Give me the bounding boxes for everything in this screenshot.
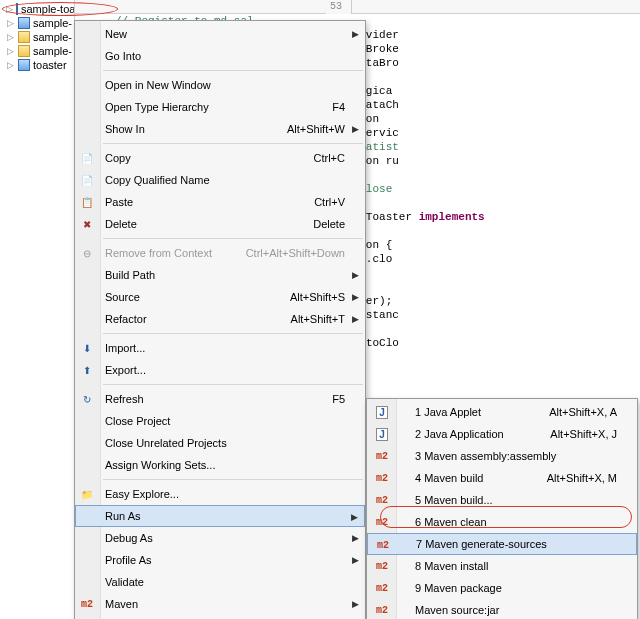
maven-icon: m2 — [375, 449, 389, 463]
expand-icon[interactable]: ▷ — [6, 32, 15, 42]
menu-item-shortcut: Alt+Shift+W — [275, 123, 345, 135]
menu-item-copy[interactable]: 📄CopyCtrl+C — [75, 147, 365, 169]
paste-icon: 📋 — [80, 195, 94, 209]
tree-item-label: sample- — [33, 45, 72, 57]
project-icon — [18, 59, 30, 71]
menu-item-open-in-new-window[interactable]: Open in New Window — [75, 74, 365, 96]
menu-item-label: Export... — [105, 364, 345, 376]
menu-item-maven[interactable]: m2Maven▶ — [75, 593, 365, 615]
menu-item-team[interactable]: Team▶ — [75, 615, 365, 619]
tree-item[interactable]: ▷sample- — [0, 44, 74, 58]
submenu-arrow-icon: ▶ — [352, 292, 359, 302]
menu-item-label: 8 Maven install — [401, 560, 617, 572]
tree-item[interactable]: ▷toaster — [0, 58, 74, 72]
menu-item-label: Profile As — [105, 554, 345, 566]
expand-icon[interactable]: ▷ — [6, 46, 15, 56]
project-icon — [18, 17, 30, 29]
run-as-item-java-application[interactable]: J2 Java ApplicationAlt+Shift+X, J — [367, 423, 637, 445]
menu-separator — [103, 479, 363, 480]
menu-item-label: Open in New Window — [105, 79, 345, 91]
run-as-item-maven-build[interactable]: m24 Maven buildAlt+Shift+X, M — [367, 467, 637, 489]
menu-item-shortcut: Alt+Shift+X, A — [537, 406, 617, 418]
menu-item-easy-explore[interactable]: 📁Easy Explore... — [75, 483, 365, 505]
maven-icon: m2 — [375, 515, 389, 529]
menu-item-assign-working-sets[interactable]: Assign Working Sets... — [75, 454, 365, 476]
expand-icon[interactable]: ▷ — [6, 60, 15, 70]
line-number: 53 — [326, 0, 352, 14]
remove-icon: ⊖ — [80, 246, 94, 260]
menu-item-profile-as[interactable]: Profile As▶ — [75, 549, 365, 571]
menu-separator — [103, 333, 363, 334]
run-as-item-maven-build[interactable]: m25 Maven build... — [367, 489, 637, 511]
tree-item[interactable]: ▷sample-toaster — [0, 2, 74, 16]
menu-item-label: Maven source:jar — [401, 604, 617, 616]
menu-item-close-unrelated-projects[interactable]: Close Unrelated Projects — [75, 432, 365, 454]
menu-item-label: 1 Java Applet — [401, 406, 537, 418]
menu-item-shortcut: F4 — [320, 101, 345, 113]
run-as-item-maven-package[interactable]: m29 Maven package — [367, 577, 637, 599]
run-as-item-maven-source-jar[interactable]: m2Maven source:jar — [367, 599, 637, 619]
submenu-arrow-icon: ▶ — [352, 555, 359, 565]
submenu-arrow-icon: ▶ — [352, 270, 359, 280]
run-as-item-maven-generate-sources[interactable]: m27 Maven generate-sources — [367, 533, 637, 555]
menu-item-shortcut: F5 — [320, 393, 345, 405]
menu-item-new[interactable]: New▶ — [75, 23, 365, 45]
menu-item-validate[interactable]: Validate — [75, 571, 365, 593]
menu-item-label: Delete — [105, 218, 301, 230]
menu-item-build-path[interactable]: Build Path▶ — [75, 264, 365, 286]
menu-item-shortcut: Ctrl+V — [302, 196, 345, 208]
submenu-arrow-icon: ▶ — [352, 29, 359, 39]
menu-item-label: Paste — [105, 196, 302, 208]
menu-item-label: Open Type Hierarchy — [105, 101, 320, 113]
menu-item-paste[interactable]: 📋PasteCtrl+V — [75, 191, 365, 213]
submenu-arrow-icon: ▶ — [352, 599, 359, 609]
menu-item-shortcut: Delete — [301, 218, 345, 230]
menu-separator — [103, 143, 363, 144]
editor-ruler — [75, 0, 640, 14]
menu-item-shortcut: Ctrl+C — [302, 152, 345, 164]
menu-item-label: 5 Maven build... — [401, 494, 617, 506]
menu-item-label: Show In — [105, 123, 275, 135]
maven-icon: m2 — [376, 538, 390, 552]
submenu-arrow-icon: ▶ — [352, 314, 359, 324]
run-as-item-maven-install[interactable]: m28 Maven install — [367, 555, 637, 577]
menu-item-run-as[interactable]: Run As▶ — [75, 505, 365, 527]
menu-item-label: Build Path — [105, 269, 345, 281]
menu-item-copy-qualified-name[interactable]: 📄Copy Qualified Name — [75, 169, 365, 191]
menu-item-source[interactable]: SourceAlt+Shift+S▶ — [75, 286, 365, 308]
run-as-item-maven-clean[interactable]: m26 Maven clean — [367, 511, 637, 533]
menu-item-refactor[interactable]: RefactorAlt+Shift+T▶ — [75, 308, 365, 330]
run-as-item-java-applet[interactable]: J1 Java AppletAlt+Shift+X, A — [367, 401, 637, 423]
expand-icon[interactable]: ▷ — [6, 18, 15, 28]
menu-item-refresh[interactable]: ↻RefreshF5 — [75, 388, 365, 410]
tree-item-label: toaster — [33, 59, 67, 71]
explore-icon: 📁 — [80, 487, 94, 501]
menu-item-debug-as[interactable]: Debug As▶ — [75, 527, 365, 549]
menu-separator — [103, 70, 363, 71]
menu-item-show-in[interactable]: Show InAlt+Shift+W▶ — [75, 118, 365, 140]
tree-item[interactable]: ▷sample- — [0, 30, 74, 44]
menu-item-import[interactable]: ⬇Import... — [75, 337, 365, 359]
run-as-submenu: J1 Java AppletAlt+Shift+X, AJ2 Java Appl… — [366, 398, 638, 619]
menu-item-label: Copy Qualified Name — [105, 174, 345, 186]
menu-item-label: Easy Explore... — [105, 488, 345, 500]
menu-item-open-type-hierarchy[interactable]: Open Type HierarchyF4 — [75, 96, 365, 118]
maven-icon: m2 — [375, 471, 389, 485]
menu-item-label: Validate — [105, 576, 345, 588]
submenu-arrow-icon: ▶ — [352, 533, 359, 543]
menu-item-shortcut: Alt+Shift+S — [278, 291, 345, 303]
context-menu: New▶Go IntoOpen in New WindowOpen Type H… — [74, 20, 366, 619]
expand-icon[interactable]: ▷ — [6, 4, 13, 14]
folder-icon — [18, 45, 30, 57]
menu-item-go-into[interactable]: Go Into — [75, 45, 365, 67]
menu-item-export[interactable]: ⬆Export... — [75, 359, 365, 381]
menu-item-close-project[interactable]: Close Project — [75, 410, 365, 432]
menu-item-delete[interactable]: ✖DeleteDelete — [75, 213, 365, 235]
menu-item-label: Copy — [105, 152, 302, 164]
tree-item[interactable]: ▷sample- — [0, 16, 74, 30]
menu-item-label: Refresh — [105, 393, 320, 405]
menu-item-label: Source — [105, 291, 278, 303]
run-as-item-maven-assembly-assembly[interactable]: m23 Maven assembly:assembly — [367, 445, 637, 467]
maven-icon: m2 — [375, 603, 389, 617]
menu-item-shortcut: Alt+Shift+X, M — [535, 472, 617, 484]
